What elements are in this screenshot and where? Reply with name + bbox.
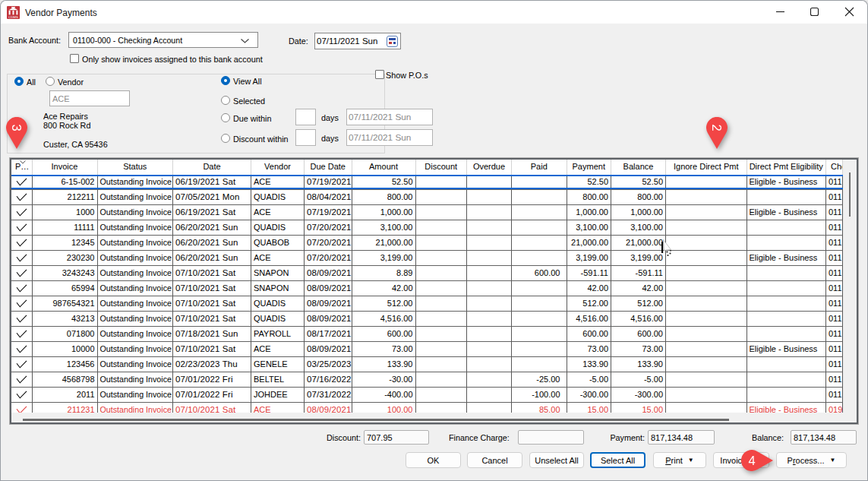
svg-text:CDMS: CDMS [8,15,18,19]
